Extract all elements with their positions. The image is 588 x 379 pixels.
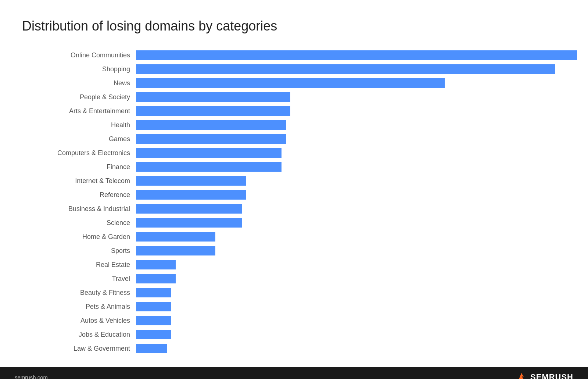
bar	[136, 274, 176, 283]
bar-label: Home & Garden	[22, 233, 136, 241]
bar-label: Internet & Telecom	[22, 177, 136, 185]
bar-container	[136, 50, 577, 60]
bar	[136, 232, 215, 242]
semrush-icon	[516, 371, 527, 379]
bar-container	[136, 106, 566, 116]
svg-marker-0	[518, 373, 525, 379]
bar-label: Autos & Vehicles	[22, 317, 136, 325]
bar	[136, 148, 282, 158]
bar-row: Games	[22, 132, 566, 146]
bar-label: Business & Industrial	[22, 205, 136, 213]
bar-row: People & Society	[22, 90, 566, 104]
bar-row: Arts & Entertainment	[22, 104, 566, 118]
bar-container	[136, 176, 566, 186]
chart-area: Online CommunitiesShoppingNewsPeople & S…	[22, 49, 566, 356]
bar-label: Reference	[22, 191, 136, 199]
bar-container	[136, 288, 566, 297]
bar-label: Games	[22, 135, 136, 143]
bar-container	[136, 78, 566, 88]
bar-container	[136, 232, 566, 242]
footer-domain: semrush.com	[15, 374, 48, 379]
bar	[136, 106, 290, 116]
bar-row: Finance	[22, 160, 566, 174]
bar	[136, 302, 171, 311]
bar-label: Arts & Entertainment	[22, 107, 136, 115]
bar-container	[136, 246, 566, 255]
bar	[136, 260, 176, 269]
bar-label: Beauty & Fitness	[22, 289, 136, 297]
bar-label: Shopping	[22, 65, 136, 73]
bar-container	[136, 64, 566, 74]
footer: semrush.com SEMRUSH	[0, 367, 588, 379]
semrush-brand: SEMRUSH	[530, 372, 573, 379]
bar-label: Science	[22, 219, 136, 227]
bar-label: Sports	[22, 247, 136, 255]
bar-row: Real Estate	[22, 258, 566, 271]
main-content: Distribution of losing domains by catego…	[0, 0, 588, 367]
bar-container	[136, 316, 566, 325]
bar-row: Science	[22, 216, 566, 229]
bar-container	[136, 302, 566, 311]
bar-row: Computers & Electronics	[22, 146, 566, 160]
bar-row: News	[22, 76, 566, 90]
bar-row: Jobs & Education	[22, 328, 566, 341]
bar-container	[136, 92, 566, 102]
bar-row: Online Communities	[22, 49, 566, 62]
bar-label: Jobs & Education	[22, 331, 136, 339]
bar-row: Law & Government	[22, 342, 566, 355]
bar-label: Law & Government	[22, 345, 136, 353]
bar-label: Finance	[22, 163, 136, 171]
bar	[136, 344, 167, 353]
bar-container	[136, 120, 566, 130]
bar-container	[136, 218, 566, 228]
bar-row: Health	[22, 118, 566, 132]
bar-label: Pets & Animals	[22, 303, 136, 311]
bar-label: Real Estate	[22, 261, 136, 269]
bar-label: Health	[22, 121, 136, 129]
bar-container	[136, 148, 566, 158]
bar	[136, 288, 171, 297]
bar	[136, 204, 242, 214]
bar-label: Computers & Electronics	[22, 149, 136, 157]
semrush-logo: SEMRUSH	[516, 371, 573, 379]
bar-label: Travel	[22, 275, 136, 283]
bar-row: Pets & Animals	[22, 300, 566, 313]
bar-container	[136, 330, 566, 339]
bar	[136, 78, 445, 88]
bar-container	[136, 344, 566, 353]
bar	[136, 190, 246, 200]
bar-label: News	[22, 79, 136, 87]
bar-row: Travel	[22, 272, 566, 285]
bar	[136, 218, 242, 228]
bar	[136, 92, 290, 102]
bar-row: Business & Industrial	[22, 202, 566, 215]
bar	[136, 246, 215, 255]
bar	[136, 64, 555, 74]
chart-title: Distribution of losing domains by catego…	[22, 18, 566, 34]
bar-container	[136, 162, 566, 172]
bar-container	[136, 190, 566, 200]
bar	[136, 316, 171, 325]
bar-row: Home & Garden	[22, 230, 566, 243]
bar-label: People & Society	[22, 93, 136, 101]
bar-row: Reference	[22, 188, 566, 201]
bar-container	[136, 134, 566, 144]
bar-row: Beauty & Fitness	[22, 286, 566, 299]
bar	[136, 176, 246, 186]
bar-container	[136, 204, 566, 214]
bar	[136, 120, 286, 130]
bar-container	[136, 260, 566, 269]
bar	[136, 330, 171, 339]
bar-row: Autos & Vehicles	[22, 314, 566, 327]
bar-label: Online Communities	[22, 51, 136, 59]
bar	[136, 134, 286, 144]
bar-row: Sports	[22, 244, 566, 257]
bar	[136, 162, 282, 172]
bar-row: Shopping	[22, 62, 566, 76]
bar-container	[136, 274, 566, 283]
bar	[136, 50, 577, 60]
bar-row: Internet & Telecom	[22, 174, 566, 187]
